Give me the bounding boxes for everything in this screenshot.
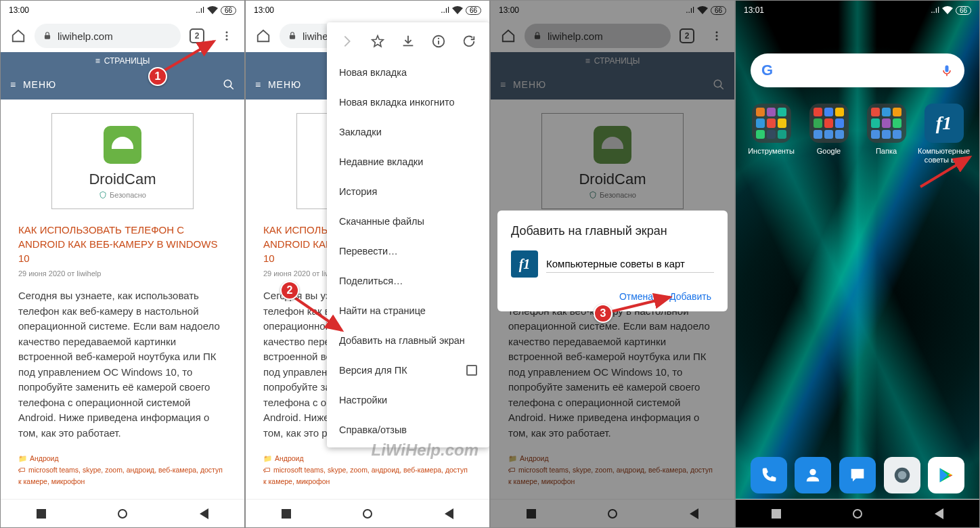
svg-rect-21 xyxy=(945,66,949,72)
wifi-icon xyxy=(207,6,218,14)
menu-desktop-site[interactable]: Версия для ПК xyxy=(327,355,489,385)
svg-point-2 xyxy=(226,35,228,37)
google-icon: G xyxy=(761,62,773,79)
article-title[interactable]: КАК ИСПОЛЬЗОВАТЬ ТЕЛЕФОН С ANDROID КАК В… xyxy=(18,223,227,265)
svg-line-20 xyxy=(609,297,670,312)
star-icon[interactable] xyxy=(370,34,385,49)
android-nav-bar xyxy=(1,499,244,527)
article-body: Сегодня вы узнаете, как использовать тел… xyxy=(18,288,227,441)
svg-line-25 xyxy=(920,157,970,187)
phone-screenshot-3: 13:00..ıl66 liwihelp.com 2 ≡ СТРАНИЦЫ ≡ … xyxy=(490,0,735,528)
camera-app[interactable] xyxy=(884,457,920,493)
home-icon[interactable] xyxy=(5,22,32,49)
url-text: liwihelp.com xyxy=(58,30,113,42)
svg-rect-0 xyxy=(45,35,50,39)
menu-bookmarks[interactable]: Закладки xyxy=(327,117,489,147)
menu-history[interactable]: История xyxy=(327,177,489,206)
menu-incognito[interactable]: Новая вкладка инкогнито xyxy=(327,87,489,117)
search-icon[interactable] xyxy=(223,79,235,91)
svg-rect-7 xyxy=(290,35,295,39)
back-button[interactable] xyxy=(935,508,943,519)
home-button[interactable] xyxy=(853,509,862,519)
recent-apps-button[interactable] xyxy=(37,509,46,519)
mic-icon[interactable] xyxy=(940,62,954,79)
folder-instruments[interactable]: Инструменты xyxy=(744,104,799,164)
refresh-icon[interactable] xyxy=(462,34,476,49)
article-image: DroidCam Безопасно xyxy=(51,113,194,209)
svg-point-24 xyxy=(897,471,906,480)
info-icon[interactable] xyxy=(431,34,446,49)
svg-point-4 xyxy=(224,80,231,87)
contacts-app[interactable] xyxy=(795,457,831,493)
hamburger-menu[interactable]: ≡ МЕНЮ xyxy=(10,79,56,90)
svg-line-5 xyxy=(230,86,233,89)
recent-apps-button[interactable] xyxy=(772,509,781,519)
battery-icon: 66 xyxy=(221,6,236,15)
svg-line-13 xyxy=(291,295,342,330)
menu-settings[interactable]: Настройки xyxy=(327,385,489,415)
menu-new-tab[interactable]: Новая вкладка xyxy=(327,58,489,87)
google-search-bar[interactable]: G xyxy=(751,53,964,87)
forward-icon[interactable] xyxy=(340,34,355,49)
droidcam-icon xyxy=(104,126,141,164)
phone-screenshot-1: 13:00 ..ıl 66 liwihelp.com 2 ≡ СТРАНИЦЫ … xyxy=(0,0,245,528)
article-meta: 29 июня 2020 от liwihelp xyxy=(18,269,227,278)
menu-translate[interactable]: Перевести… xyxy=(327,236,489,266)
dialog-title: Добавить на главный экран xyxy=(511,224,714,238)
menu-downloads[interactable]: Скачанные файлы xyxy=(327,206,489,236)
svg-point-3 xyxy=(226,39,228,41)
home-button[interactable] xyxy=(363,509,372,519)
back-button[interactable] xyxy=(200,508,208,519)
step-marker-2: 2 xyxy=(280,281,299,300)
android-homescreen: 13:01..ıl66 G Инструменты Google Папка f… xyxy=(736,1,979,527)
site-favicon: f1 xyxy=(511,250,538,278)
svg-point-12 xyxy=(438,38,439,39)
play-store-app[interactable] xyxy=(928,457,964,493)
article-tags: 📁Андроид 🏷microsoft teams, skype, zoom, … xyxy=(18,453,227,487)
checkbox-icon[interactable] xyxy=(466,365,477,376)
messages-app[interactable] xyxy=(839,457,876,493)
status-time: 13:00 xyxy=(9,5,29,15)
app-dock xyxy=(736,457,979,493)
step-marker-1: 1 xyxy=(148,67,167,86)
watermark: LiWiHelp.com xyxy=(372,441,478,460)
home-button[interactable] xyxy=(118,509,127,519)
folder-papka[interactable]: Папка xyxy=(859,104,914,164)
phone-app[interactable] xyxy=(751,457,787,493)
phone-screenshot-2: 13:00..ıl66 liwihelp.com ≡ СТРАНИЦЫ ≡ МЕ… xyxy=(245,0,490,528)
article-content: DroidCam Безопасно КАК ИСПОЛЬЗОВАТЬ ТЕЛЕ… xyxy=(1,100,244,500)
lock-icon xyxy=(43,31,52,41)
phone-screenshot-4: 13:01..ıl66 G Инструменты Google Папка f… xyxy=(735,0,980,528)
step-marker-3: 3 xyxy=(594,304,612,323)
svg-point-22 xyxy=(810,469,816,475)
home-icon[interactable] xyxy=(250,22,277,49)
download-icon[interactable] xyxy=(401,34,416,49)
shortcut-name-input[interactable] xyxy=(546,255,714,273)
signal-icon: ..ıl xyxy=(196,5,204,15)
back-button[interactable] xyxy=(445,508,453,519)
svg-point-1 xyxy=(226,31,228,33)
chrome-overflow-menu: Новая вкладка Новая вкладка инкогнито За… xyxy=(327,22,489,447)
folder-google[interactable]: Google xyxy=(801,104,856,164)
recent-apps-button[interactable] xyxy=(282,509,291,519)
status-bar: 13:00 ..ıl 66 xyxy=(1,1,244,20)
menu-recent-tabs[interactable]: Недавние вкладки xyxy=(327,147,489,177)
